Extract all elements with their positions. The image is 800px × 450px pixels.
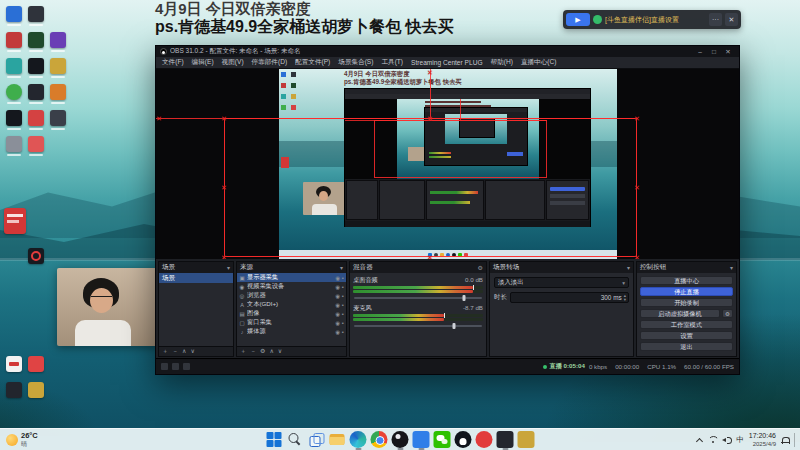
qq-icon[interactable]	[455, 431, 472, 448]
sources-panel-header[interactable]: 来源 ▾	[237, 262, 346, 273]
desktop-icon[interactable]	[28, 6, 44, 22]
menu-item[interactable]: 编辑(E)	[188, 58, 218, 67]
panel-menu-icon[interactable]: ▾	[730, 264, 733, 271]
lock-icon[interactable]: ▪	[342, 275, 344, 281]
source-item[interactable]: ▢ 窗口采集 ◉ ▪	[237, 318, 346, 327]
store-app-icon[interactable]	[518, 431, 535, 448]
obs-preview-canvas[interactable]: 4月9日 今日双倍亲密度 ps.肯德基49.9全家桶送胡萝卜餐包 快去买	[156, 69, 739, 259]
scenes-panel-header[interactable]: 场景 ▾	[159, 262, 233, 273]
menu-item[interactable]: 帮助(H)	[487, 58, 517, 67]
spin-down-icon[interactable]: ▾	[624, 298, 626, 302]
source-item[interactable]: ▤ 图像 ◉ ▪	[237, 309, 346, 318]
menu-item[interactable]: 工具(T)	[377, 58, 407, 67]
visibility-eye-icon[interactable]: ◉	[335, 320, 340, 326]
desktop-icon[interactable]	[50, 58, 66, 74]
control-button[interactable]: 停止直播	[640, 287, 733, 296]
source-item[interactable]: ◎ 浏览器 ◉ ▪	[237, 291, 346, 300]
more-button[interactable]: ···	[709, 13, 722, 26]
go-live-button[interactable]: ▶	[566, 13, 590, 26]
control-button[interactable]: 退出	[640, 342, 733, 351]
lock-icon[interactable]: ▪	[342, 293, 344, 299]
scene-up-icon[interactable]: ∧	[182, 347, 186, 356]
desktop-icon[interactable]	[4, 208, 26, 234]
desktop-icon[interactable]	[28, 110, 44, 126]
taskbar-clock[interactable]: 17:20:46 2025/4/9	[749, 432, 776, 448]
desktop-icon[interactable]	[28, 58, 44, 74]
desktop-icon[interactable]	[28, 32, 44, 48]
desktop-icon[interactable]	[6, 110, 22, 126]
dock-layout-icon[interactable]	[172, 363, 179, 370]
desktop-icon[interactable]	[50, 110, 66, 126]
menu-item[interactable]: 停靠部件(D)	[248, 58, 292, 67]
wechat-icon[interactable]	[434, 431, 451, 448]
visibility-eye-icon[interactable]: ◉	[335, 293, 340, 299]
selection-handle[interactable]: ✕	[634, 115, 640, 122]
selection-handle[interactable]: ✕	[221, 115, 227, 122]
lock-icon[interactable]: ▪	[342, 329, 344, 335]
source-down-icon[interactable]: ∨	[278, 347, 282, 356]
controls-panel-header[interactable]: 控制按钮 ▾	[637, 262, 736, 273]
control-button[interactable]: 设置	[640, 331, 733, 340]
source-selection-box[interactable]	[224, 118, 637, 257]
menu-item[interactable]: 视图(V)	[218, 58, 248, 67]
panel-menu-icon[interactable]: ▾	[227, 264, 230, 271]
control-button[interactable]: 工作室模式	[640, 320, 733, 329]
add-source-icon[interactable]: ＋	[240, 347, 246, 356]
maximize-button[interactable]: □	[707, 48, 721, 56]
source-settings-icon[interactable]: ⚙	[260, 347, 265, 356]
lock-icon[interactable]: ▪	[342, 311, 344, 317]
file-explorer-icon[interactable]	[329, 431, 346, 448]
music-app-icon[interactable]	[476, 431, 493, 448]
duration-input[interactable]: 300 ms ▴ ▾	[510, 292, 629, 303]
menu-item[interactable]: Streaming Center PLUG	[407, 59, 486, 66]
desktop-icon[interactable]	[6, 6, 22, 22]
scene-down-icon[interactable]: ∨	[190, 347, 194, 356]
lock-icon[interactable]: ▪	[342, 320, 344, 326]
douyu-companion-bar[interactable]: ▶ [斗鱼直播伴侣]直播设置 ··· ✕	[563, 10, 741, 29]
desktop-icon[interactable]	[6, 136, 22, 152]
add-scene-icon[interactable]: ＋	[162, 347, 168, 356]
desktop-icon[interactable]	[50, 84, 66, 100]
desktop-icon[interactable]	[6, 382, 22, 398]
visibility-eye-icon[interactable]: ◉	[335, 311, 340, 317]
panel-menu-icon[interactable]: ▾	[627, 264, 630, 271]
mixer-panel-header[interactable]: 混音器 ⚙	[350, 262, 486, 273]
menu-item[interactable]: 配置文件(P)	[291, 58, 334, 67]
mixer-settings-icon[interactable]: ⚙	[478, 264, 483, 271]
control-button[interactable]: 启动虚拟摄像机	[640, 309, 720, 318]
language-indicator[interactable]: 中	[736, 435, 744, 445]
edge-browser-icon[interactable]	[350, 431, 367, 448]
search-icon[interactable]	[287, 431, 304, 448]
visibility-eye-icon[interactable]: ◉	[335, 275, 340, 281]
desktop-icon[interactable]	[50, 32, 66, 48]
dock-layout-icon[interactable]	[161, 363, 168, 370]
desktop-icon[interactable]	[6, 58, 22, 74]
show-desktop-button[interactable]	[794, 433, 796, 447]
tray-overflow-chevron-icon[interactable]	[696, 437, 703, 444]
weather-widget[interactable]: 26°C 晴	[6, 429, 38, 450]
remove-source-icon[interactable]: －	[250, 347, 256, 356]
selection-handle[interactable]: ✕	[156, 115, 162, 122]
selection-handle[interactable]: ✕	[427, 254, 433, 260]
desktop-icon[interactable]	[6, 32, 22, 48]
selection-handle[interactable]: ✕	[634, 184, 640, 191]
source-up-icon[interactable]: ∧	[269, 347, 273, 356]
desktop-icon[interactable]	[28, 382, 44, 398]
transition-select[interactable]: 淡入淡出 ▾	[494, 277, 629, 288]
douyu-taskbar-icon[interactable]	[413, 431, 430, 448]
remove-scene-icon[interactable]: －	[172, 347, 178, 356]
virtualcam-config-gear-icon[interactable]: ⚙	[722, 309, 733, 318]
menu-item[interactable]: 文件(F)	[158, 58, 188, 67]
desktop-icon[interactable]	[28, 248, 44, 264]
control-button[interactable]: 开始录制	[640, 298, 733, 307]
chrome-browser-icon[interactable]	[371, 431, 388, 448]
notification-bell-icon[interactable]	[781, 436, 789, 445]
selection-handle[interactable]: ✕	[634, 254, 640, 260]
minimize-button[interactable]: –	[693, 48, 707, 56]
menu-item[interactable]: 场景集合(S)	[334, 58, 377, 67]
selection-handle[interactable]: ✕	[221, 184, 227, 191]
lock-icon[interactable]: ▪	[342, 284, 344, 290]
selection-handle[interactable]: ✕	[221, 254, 227, 260]
webcam-overlay[interactable]	[57, 268, 160, 346]
desktop-icon[interactable]	[6, 84, 22, 100]
